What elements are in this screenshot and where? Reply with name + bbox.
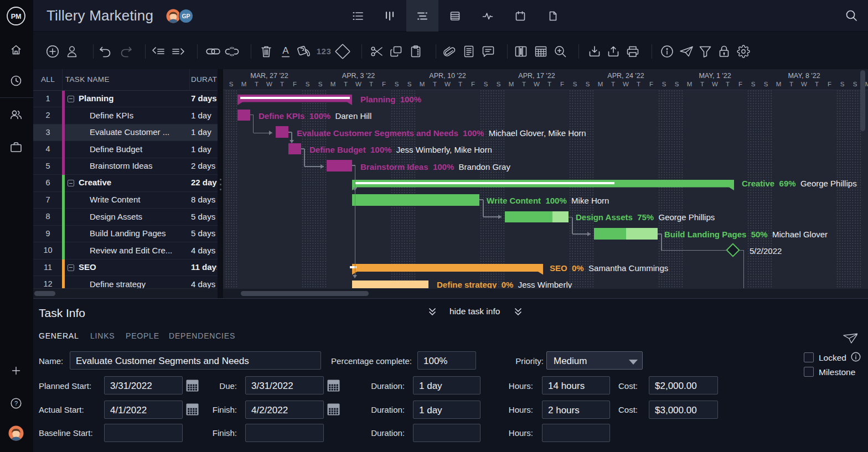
svg-text:GP: GP — [182, 13, 190, 19]
svg-text:?: ? — [14, 400, 18, 407]
svg-text:A: A — [282, 45, 289, 56]
svg-text:PM: PM — [11, 13, 22, 20]
